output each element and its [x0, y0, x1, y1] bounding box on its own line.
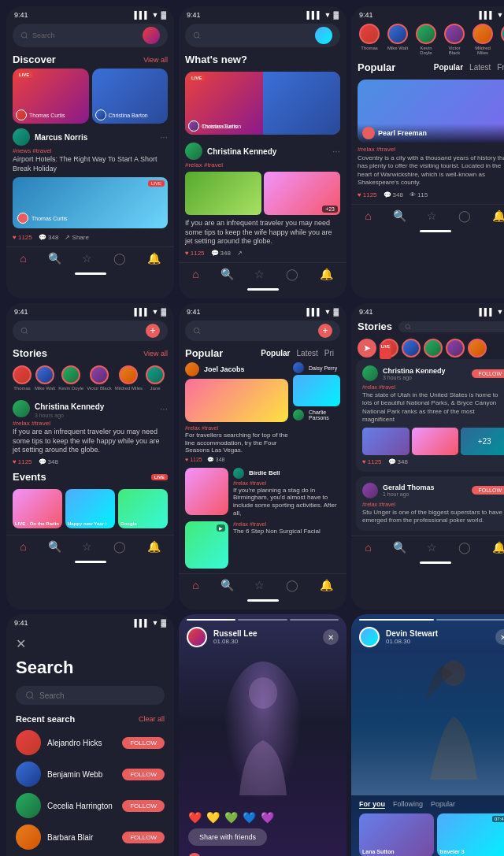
sr-story-5[interactable] — [446, 339, 465, 358]
emoji-heart-blue[interactable]: 💙 — [243, 811, 256, 824]
share-friends-btn[interactable]: Share with friends — [188, 828, 267, 846]
story-item-6[interactable]: Jane — [146, 365, 165, 391]
pop-co-name-2: Charlie Parsons — [309, 409, 340, 421]
nav-profile-5[interactable]: ◯ — [286, 579, 298, 591]
nav-home-6[interactable]: ⌂ — [365, 541, 371, 554]
tab-for-you[interactable]: For you — [359, 800, 385, 809]
nav-search-5[interactable]: 🔍 — [220, 579, 234, 591]
nav-home-3[interactable]: ⌂ — [365, 209, 371, 222]
nav-search-2[interactable]: 🔍 — [220, 268, 234, 280]
nav-bell-6[interactable]: 🔔 — [492, 541, 504, 554]
sr-story-1[interactable]: ➤ — [358, 339, 376, 358]
story-item-5[interactable]: Mildred Miles — [115, 365, 143, 391]
nav-home-4[interactable]: ⌂ — [20, 540, 26, 553]
nav-search-6[interactable]: 🔍 — [393, 541, 406, 554]
story-close-2[interactable]: ✕ — [495, 629, 504, 645]
nav-bookmark-4[interactable]: ☆ — [82, 540, 92, 553]
nav-profile-1[interactable]: ◯ — [113, 252, 126, 265]
follow-btn-1[interactable]: FOLLOW — [472, 369, 504, 378]
svg-point-2 — [21, 328, 27, 333]
discover-card-2[interactable]: Christina Barton — [92, 69, 169, 124]
story-item-2[interactable]: Mike Walt — [35, 365, 55, 391]
nav-home-1[interactable]: ⌂ — [20, 252, 26, 265]
nav-bookmark-1[interactable]: ☆ — [82, 252, 92, 265]
clear-all-btn[interactable]: Clear all — [139, 715, 165, 723]
story-av-kevin[interactable]: Kevin Doyle — [414, 24, 438, 55]
story-item-4[interactable]: Victor Black — [87, 365, 112, 391]
tab-popular[interactable]: Popular — [434, 63, 463, 72]
story-av-victor[interactable]: Victor Black — [443, 24, 466, 55]
nav-search-4[interactable]: 🔍 — [48, 540, 61, 553]
view-all-1[interactable]: View all — [143, 56, 168, 64]
nav-profile-2[interactable]: ◯ — [286, 268, 298, 280]
nav-bookmark-6[interactable]: ☆ — [427, 541, 437, 554]
search-bar-2[interactable] — [185, 24, 340, 47]
emoji-heart-purple[interactable]: 💜 — [261, 811, 274, 824]
sr-story-4[interactable] — [424, 339, 443, 358]
story-av-mike[interactable]: Mike Walt — [386, 24, 410, 55]
story-av-mildred[interactable]: Mildred Miles — [471, 24, 495, 55]
tab-latest[interactable]: Latest — [469, 63, 491, 72]
event-2[interactable]: Happy new Year ! — [65, 489, 115, 528]
discover-card-1[interactable]: LIVE Thomas Curtis — [13, 69, 89, 124]
nav-bell-3[interactable]: 🔔 — [492, 209, 504, 222]
r-follow-4[interactable]: FOLLOW — [122, 832, 165, 843]
tab-following[interactable]: Following — [393, 800, 423, 809]
nav-profile-4[interactable]: ◯ — [113, 540, 126, 553]
stories-view-all[interactable]: View all — [143, 350, 168, 358]
nav-home-2[interactable]: ⌂ — [192, 268, 198, 280]
nav-bookmark-3[interactable]: ☆ — [427, 209, 437, 222]
tab-lat-5[interactable]: Latest — [297, 349, 318, 358]
plus-btn-5[interactable]: + — [318, 324, 332, 338]
r-follow-2[interactable]: FOLLOW — [122, 769, 165, 780]
emoji-heart-green[interactable]: 💚 — [224, 811, 238, 824]
nav-bell-5[interactable]: 🔔 — [320, 579, 333, 591]
nav-bell-1[interactable]: 🔔 — [147, 252, 161, 265]
nav-search-1[interactable]: 🔍 — [48, 252, 61, 265]
event-3[interactable]: Google — [118, 489, 168, 528]
bottom-nav-5: ⌂ 🔍 ☆ ◯ 🔔 — [179, 573, 346, 598]
tab-fri[interactable]: Fri — [497, 63, 504, 72]
fy-card-2[interactable]: 07:45 traveler 3 — [437, 813, 505, 856]
nav-search-3[interactable]: 🔍 — [393, 209, 406, 222]
sn-2: Mike Walt — [386, 46, 410, 50]
plus-btn-4[interactable]: + — [146, 324, 160, 338]
r-follow-3[interactable]: FOLLOW — [122, 800, 165, 812]
tab-pri-5[interactable]: Pri — [324, 349, 334, 358]
nav-bell-4[interactable]: 🔔 — [147, 540, 161, 553]
search-input-bar[interactable] — [16, 686, 165, 705]
dots-menu-4[interactable]: ··· — [160, 403, 168, 414]
sr-story-3[interactable] — [402, 339, 421, 358]
dots-menu-1[interactable]: ··· — [160, 132, 168, 143]
nav-bookmark-2[interactable]: ☆ — [254, 268, 265, 280]
stories-search[interactable] — [398, 321, 504, 332]
search-bar-1[interactable]: Search — [13, 24, 168, 47]
nav-bell-2[interactable]: 🔔 — [320, 268, 333, 280]
nav-profile-6[interactable]: ◯ — [458, 541, 471, 554]
story-item-1[interactable]: Thomas — [13, 365, 32, 391]
emoji-heart-red[interactable]: ❤️ — [188, 811, 202, 824]
tab-popular-story[interactable]: Popular — [431, 800, 455, 809]
sr-story-2[interactable]: LIVE — [380, 339, 398, 358]
nav-home-5[interactable]: ⌂ — [192, 579, 198, 591]
sc-img-2 — [412, 428, 459, 455]
fy-card-1[interactable]: Lana Sutton — [359, 813, 434, 856]
nav-bookmark-5[interactable]: ☆ — [254, 579, 265, 591]
story-close-1[interactable]: ✕ — [323, 629, 339, 645]
sav-4 — [90, 365, 109, 384]
nav-profile-3[interactable]: ◯ — [458, 209, 471, 222]
search-bar-5[interactable]: + — [185, 321, 340, 341]
follow-btn-2[interactable]: FOLLOW — [472, 486, 504, 495]
dots-menu-2[interactable]: ··· — [332, 146, 340, 157]
search-bar-4[interactable]: + — [13, 321, 168, 341]
story-av-thomas[interactable]: Thomas — [358, 24, 381, 55]
search-input[interactable] — [39, 691, 155, 700]
tab-pop-5[interactable]: Popular — [261, 349, 290, 358]
r-follow-1[interactable]: FOLLOW — [122, 737, 165, 749]
story-av-jane[interactable]: Jane — [499, 24, 504, 55]
emoji-heart-yellow[interactable]: 💛 — [206, 811, 220, 824]
close-btn[interactable]: ✕ — [16, 636, 165, 651]
story-item-3[interactable]: Kevin Doyle — [58, 365, 83, 391]
sr-story-6[interactable] — [468, 339, 487, 358]
event-1[interactable]: LIVE - On the Radio — [13, 489, 62, 528]
